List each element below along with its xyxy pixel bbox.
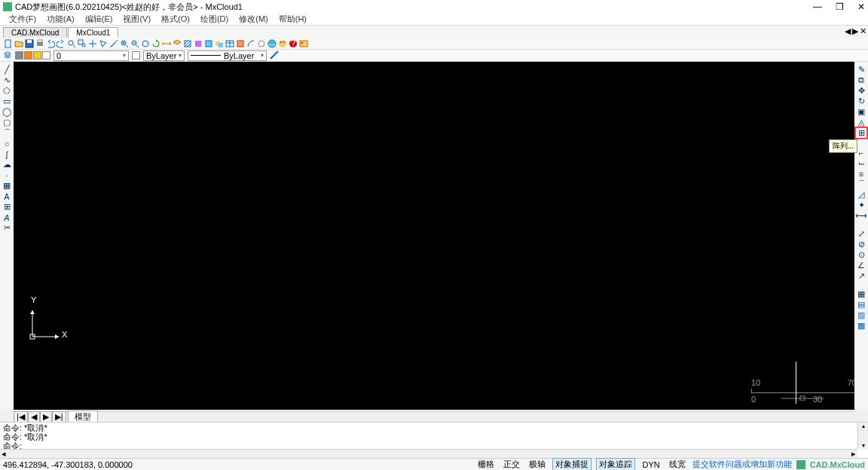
polyline-icon[interactable]: ∿: [2, 75, 12, 85]
mode-ortho[interactable]: 正交: [501, 459, 522, 470]
cmd-vscroll[interactable]: ▴▾: [857, 423, 868, 449]
undo-icon[interactable]: [45, 38, 55, 48]
gradient-icon[interactable]: [193, 38, 203, 48]
blue3-icon[interactable]: ▥: [856, 310, 866, 320]
block-icon[interactable]: [203, 38, 213, 48]
leader-icon[interactable]: ↗: [856, 271, 866, 281]
mode-otrack[interactable]: 对象追踪: [596, 458, 635, 470]
save-icon[interactable]: [24, 38, 34, 48]
text-icon[interactable]: A: [2, 191, 12, 201]
sheet-prev-button[interactable]: ◀: [28, 411, 40, 423]
mirror-icon[interactable]: ▣: [856, 107, 866, 117]
feedback-link[interactable]: 提交软件问题或增加新功能: [692, 459, 792, 470]
print-icon[interactable]: [35, 38, 44, 48]
menu-function[interactable]: 功能(A): [42, 14, 79, 25]
erase-icon[interactable]: ✎: [856, 65, 866, 75]
color-combo[interactable]: ByLayer: [143, 50, 185, 61]
mode-osnap[interactable]: 对象捕捉: [552, 458, 591, 470]
polygon-icon[interactable]: ⬠: [2, 86, 12, 96]
palette-icon[interactable]: [277, 38, 287, 48]
zoom-all-icon[interactable]: [140, 38, 150, 48]
zoom-out-icon[interactable]: [130, 38, 139, 48]
export-icon[interactable]: [235, 38, 245, 48]
linetype-combo[interactable]: ByLayer: [188, 50, 267, 61]
menu-view[interactable]: 视图(V): [118, 14, 155, 25]
tab-prev-button[interactable]: ◀: [845, 26, 851, 36]
arc-icon[interactable]: ⌒: [2, 128, 12, 138]
dim-linear-icon[interactable]: ⟷: [856, 211, 866, 221]
mode-polar[interactable]: 极轴: [527, 459, 548, 470]
rectangle-icon[interactable]: ▭: [2, 96, 12, 106]
layer-icon[interactable]: [172, 38, 182, 48]
new-icon[interactable]: [3, 38, 13, 48]
tool-a-icon[interactable]: [256, 38, 266, 48]
mtext-icon[interactable]: ⊞: [2, 202, 12, 212]
mode-grid[interactable]: 栅格: [475, 459, 497, 470]
drawing-canvas[interactable]: Y X 1070 030: [14, 62, 868, 410]
italic-a-icon[interactable]: A: [2, 212, 12, 222]
dimension-icon[interactable]: [161, 38, 171, 48]
array-icon[interactable]: ⊞: [856, 128, 866, 138]
refresh-icon[interactable]: [151, 38, 160, 48]
move-icon[interactable]: ✥: [856, 86, 866, 96]
box-icon[interactable]: ▢: [2, 118, 12, 127]
menu-file[interactable]: 文件(F): [5, 14, 41, 25]
menu-format[interactable]: 格式(O): [157, 14, 194, 25]
dim-radius-icon[interactable]: ⊘: [856, 240, 866, 249]
insert-icon[interactable]: [214, 38, 224, 48]
menu-draw[interactable]: 绘图(D): [196, 14, 233, 25]
layer-combo[interactable]: 0: [53, 50, 129, 61]
redo-icon[interactable]: [56, 38, 66, 48]
brand-label[interactable]: CAD.MxCloud: [810, 460, 865, 469]
menu-modify[interactable]: 修改(M): [234, 14, 273, 25]
zoom-extents-icon[interactable]: [66, 38, 76, 48]
fillet-icon[interactable]: ⌒: [856, 179, 866, 189]
crop-icon[interactable]: ✂: [2, 223, 12, 233]
tab-mxcloud1[interactable]: MxCloud1: [68, 27, 118, 38]
blue2-icon[interactable]: ▤: [856, 300, 866, 310]
tab-next-button[interactable]: ▶: [852, 26, 858, 36]
image-icon[interactable]: [298, 38, 308, 48]
spline-icon[interactable]: ∫: [2, 149, 12, 159]
blue4-icon[interactable]: ▩: [856, 321, 866, 331]
swatch-4[interactable]: [42, 51, 50, 60]
close-button[interactable]: ✕: [857, 2, 865, 12]
linetype-icon[interactable]: [270, 50, 279, 61]
mode-lwt[interactable]: 线宽: [667, 459, 688, 470]
zoom-in-icon[interactable]: [119, 38, 129, 48]
hatch-icon[interactable]: [182, 38, 192, 48]
minimize-button[interactable]: —: [813, 2, 822, 12]
sheet-last-button[interactable]: ▶|: [52, 411, 66, 423]
table-icon[interactable]: [225, 38, 234, 48]
ellipse-icon[interactable]: ◯: [2, 107, 12, 117]
sheet-first-button[interactable]: |◀: [14, 411, 28, 423]
measure-icon[interactable]: [108, 38, 118, 48]
swatch-1[interactable]: [15, 51, 23, 60]
mode-dyn[interactable]: DYN: [640, 460, 662, 469]
arc-tool-icon[interactable]: [246, 38, 255, 48]
tab-close-button[interactable]: ✕: [860, 26, 866, 36]
command-window[interactable]: 命令: *取消* 命令: *取消* 命令: 命令: *取消* 命令: ▴▾ ◂▸: [0, 422, 868, 458]
cloud-icon[interactable]: ☁: [2, 160, 12, 169]
copy-icon[interactable]: ⧉: [856, 75, 866, 85]
menu-edit[interactable]: 编辑(E): [81, 14, 118, 25]
dim-diameter-icon[interactable]: ⊙: [856, 250, 866, 260]
line-icon[interactable]: ╱: [2, 65, 12, 75]
dim-angular-icon[interactable]: ∠: [856, 261, 866, 270]
chamfer-icon[interactable]: ◿: [856, 190, 866, 200]
circle-icon[interactable]: ○: [2, 139, 12, 148]
offset-icon[interactable]: ≡: [856, 169, 866, 179]
layers-icon[interactable]: [3, 50, 12, 61]
point-icon[interactable]: ·: [2, 170, 12, 180]
blue1-icon[interactable]: ▦: [856, 289, 866, 299]
cmd-hscroll[interactable]: ◂▸: [0, 449, 857, 458]
help-icon[interactable]: ?: [288, 38, 298, 48]
hatch2-icon[interactable]: ▦: [2, 181, 12, 191]
zoom-window-icon[interactable]: [77, 38, 87, 48]
extend-icon[interactable]: ⌙: [856, 158, 866, 168]
color-preview[interactable]: [132, 51, 140, 60]
explode-icon[interactable]: ✦: [856, 200, 866, 210]
rotate-icon[interactable]: ↻: [856, 96, 866, 106]
open-icon[interactable]: [14, 38, 23, 48]
scale-icon[interactable]: ◬: [856, 118, 866, 127]
